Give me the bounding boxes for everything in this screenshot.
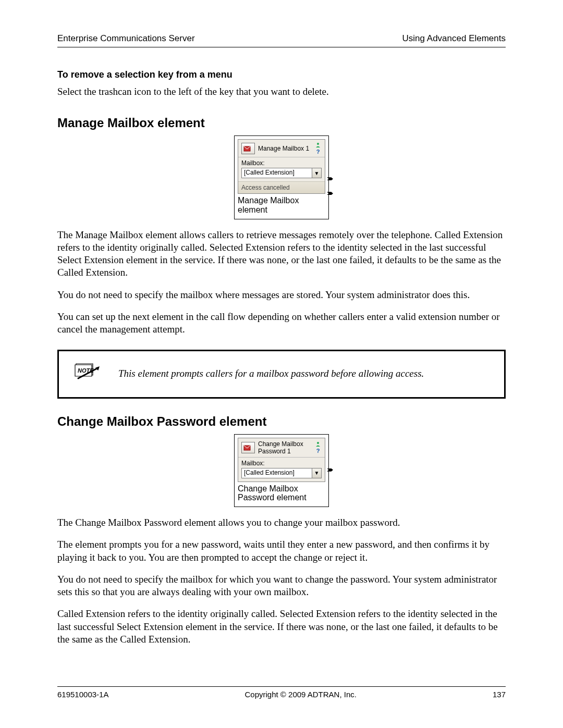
manage-mailbox-figure: Manage Mailbox 1 ? Mailbox: [Called Exte… xyxy=(234,135,329,219)
person-icon[interactable] xyxy=(314,142,322,148)
manage-p3: You can set up the next element in the c… xyxy=(57,311,506,336)
change-p3: You do not need to specify the mailbox f… xyxy=(57,573,506,599)
help-icon[interactable]: ? xyxy=(314,448,322,454)
mailbox-dropdown[interactable]: [Called Extension] ▼ xyxy=(241,468,322,478)
manage-p1: The Manage Mailbox element allows caller… xyxy=(57,229,506,279)
access-cancelled-row: Access cancelled xyxy=(238,181,325,193)
change-p1: The Change Mailbox Password element allo… xyxy=(57,516,506,529)
svg-point-1 xyxy=(317,143,319,145)
figure-caption-line1: Manage Mailbox xyxy=(238,196,299,205)
page-footer: 619510003-1A Copyright © 2009 ADTRAN, In… xyxy=(57,686,506,699)
help-icon[interactable]: ? xyxy=(314,149,322,155)
dropdown-value[interactable]: [Called Extension] xyxy=(241,168,312,178)
note-box: NOTE This element prompts callers for a … xyxy=(57,350,506,399)
mailbox-dropdown[interactable]: [Called Extension] ▼ xyxy=(241,168,322,178)
header-left: Enterprise Communications Server xyxy=(57,33,195,44)
dropdown-value[interactable]: [Called Extension] xyxy=(241,468,312,478)
person-icon[interactable] xyxy=(314,441,322,447)
chevron-down-icon[interactable]: ▼ xyxy=(312,468,322,478)
figure-caption-line1: Change Mailbox xyxy=(238,484,298,493)
footer-right: 137 xyxy=(493,690,506,699)
connector-icon xyxy=(327,177,333,180)
change-password-figure: Change Mailbox Password 1 ? Mailbox: [Ca… xyxy=(234,434,329,507)
note-text: This element prompts callers for a mailb… xyxy=(118,367,424,380)
chevron-down-icon[interactable]: ▼ xyxy=(312,168,322,178)
mailbox-icon xyxy=(241,143,255,154)
figure-title: Change Mailbox Password 1 xyxy=(258,440,311,455)
connector-icon xyxy=(327,468,333,472)
remove-key-heading: To remove a selection key from a menu xyxy=(57,69,506,80)
svg-text:NOTE: NOTE xyxy=(78,367,94,374)
footer-left: 619510003-1A xyxy=(57,690,108,699)
mailbox-label: Mailbox: xyxy=(238,157,325,167)
page-header: Enterprise Communications Server Using A… xyxy=(57,33,506,47)
mailbox-icon xyxy=(241,442,255,453)
header-right: Using Advanced Elements xyxy=(402,33,506,44)
mailbox-label: Mailbox: xyxy=(238,458,325,467)
figure-caption-line2: Password element xyxy=(238,493,307,502)
note-icon: NOTE xyxy=(71,363,101,386)
manage-p2: You do not need to specify the mailbox w… xyxy=(57,289,506,301)
change-p2: The element prompts you for a new passwo… xyxy=(57,538,506,564)
change-password-heading: Change Mailbox Password element xyxy=(57,414,506,429)
footer-center: Copyright © 2009 ADTRAN, Inc. xyxy=(244,690,356,699)
change-p4: Called Extension refers to the identity … xyxy=(57,608,506,646)
remove-key-body: Select the trashcan icon to the left of … xyxy=(57,85,506,98)
figure-caption-line2: element xyxy=(238,205,267,214)
connector-icon xyxy=(327,192,333,195)
svg-point-4 xyxy=(317,442,319,444)
figure-title: Manage Mailbox 1 xyxy=(258,145,311,152)
manage-mailbox-heading: Manage Mailbox element xyxy=(57,116,506,130)
